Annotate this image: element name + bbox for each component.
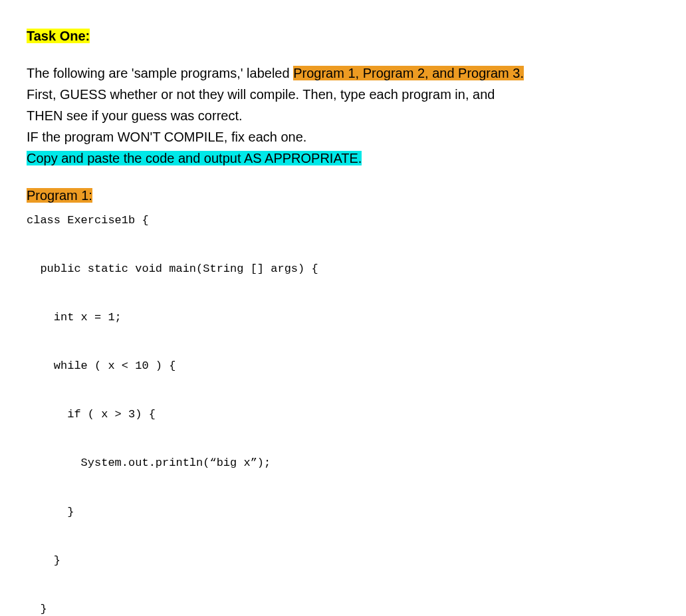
intro-line-4: IF the program WON'T COMPILE, fix each o…	[27, 128, 659, 146]
intro-line-3: THEN see if your guess was correct.	[27, 106, 659, 125]
task-heading-text: Task One:	[27, 29, 90, 43]
program-1-label: Program 1:	[27, 186, 659, 205]
intro-line-5-highlight: Copy and paste the code and output AS AP…	[27, 151, 362, 165]
intro-line-1-pre: The following are 'sample programs,' lab…	[27, 66, 293, 80]
intro-line-2: First, GUESS whether or not they will co…	[27, 85, 659, 104]
intro-line-5: Copy and paste the code and output AS AP…	[27, 149, 659, 167]
intro-line-1-highlight: Program 1, Program 2, and Program 3.	[293, 66, 524, 80]
program-1-code: class Exercise1b { public static void ma…	[27, 209, 659, 616]
intro-line-1: The following are 'sample programs,' lab…	[27, 64, 659, 82]
program-1-label-text: Program 1:	[27, 188, 92, 203]
task-heading: Task One:	[27, 27, 659, 45]
